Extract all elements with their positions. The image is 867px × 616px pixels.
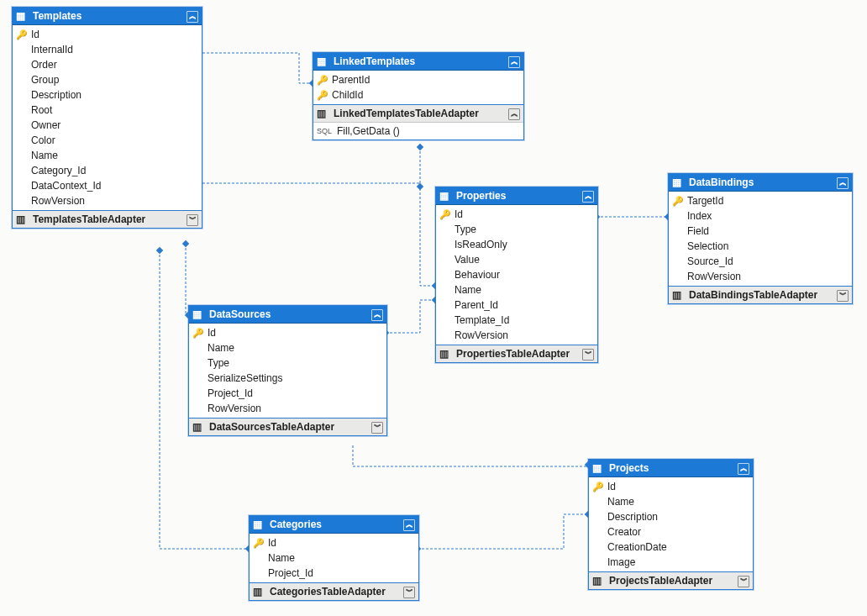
- collapse-icon[interactable]: ︽: [508, 107, 520, 120]
- column-row[interactable]: Name: [13, 148, 202, 163]
- column-row[interactable]: 🔑Id: [13, 27, 202, 42]
- column-row[interactable]: IsReadOnly: [436, 237, 597, 252]
- column-row[interactable]: 🔑TargetId: [669, 193, 852, 208]
- column-row[interactable]: 🔑Id: [436, 207, 597, 222]
- column-row[interactable]: Field: [669, 224, 852, 239]
- column-row[interactable]: 🔑Id: [189, 325, 386, 340]
- column-row[interactable]: Parent_Id: [436, 297, 597, 313]
- column-row[interactable]: CreationDate: [589, 540, 753, 555]
- column-row[interactable]: SerializeSettings: [189, 371, 386, 386]
- key-icon: 🔑: [317, 75, 328, 86]
- column-row[interactable]: InternalId: [13, 42, 202, 57]
- column-row[interactable]: Type: [189, 355, 386, 371]
- column-row[interactable]: Name: [189, 340, 386, 355]
- column-row[interactable]: RowVersion: [13, 193, 202, 208]
- collapse-icon[interactable]: ︽: [837, 176, 849, 189]
- entity-titlebar[interactable]: ▦ DataBindings ︽: [669, 174, 852, 192]
- adapter-icon: ▥: [16, 213, 28, 225]
- entity-title: DataBindings: [689, 176, 837, 188]
- entity-titlebar[interactable]: ▦ LinkedTemplates ︽: [313, 53, 523, 71]
- column-row[interactable]: Project_Id: [189, 386, 386, 401]
- entity-title: LinkedTemplates: [334, 55, 508, 67]
- table-adapter-bar[interactable]: ▥ LinkedTemplatesTableAdapter ︽: [313, 104, 523, 122]
- column-row[interactable]: Description: [13, 87, 202, 103]
- expand-icon[interactable]: ︾: [738, 574, 749, 587]
- entity-databindings[interactable]: ▦ DataBindings ︽ 🔑TargetId Index Field S…: [668, 173, 853, 304]
- table-icon: ▦: [16, 10, 28, 22]
- expand-icon[interactable]: ︾: [582, 347, 594, 361]
- collapse-icon[interactable]: ︽: [403, 518, 415, 531]
- column-row[interactable]: 🔑Id: [589, 479, 753, 494]
- column-row[interactable]: Value: [436, 252, 597, 267]
- table-adapter-bar[interactable]: ▥ PropertiesTableAdapter ︾: [436, 345, 597, 362]
- column-row[interactable]: Group: [13, 72, 202, 87]
- collapse-icon[interactable]: ︽: [508, 55, 520, 68]
- column-row[interactable]: Behaviour: [436, 267, 597, 282]
- column-row[interactable]: Order: [13, 57, 202, 72]
- adapter-method-row[interactable]: SQL Fill,GetData (): [313, 122, 523, 140]
- entity-titlebar[interactable]: ▦ Properties ︽: [436, 187, 597, 205]
- collapse-icon[interactable]: ︽: [582, 189, 594, 203]
- collapse-icon[interactable]: ︽: [187, 9, 198, 23]
- collapse-icon[interactable]: ︽: [371, 308, 383, 321]
- table-icon: ▦: [192, 308, 204, 320]
- table-adapter-bar[interactable]: ▥ TemplatesTableAdapter ︾: [13, 210, 202, 228]
- adapter-icon: ▥: [592, 575, 604, 587]
- key-icon: 🔑: [439, 209, 451, 220]
- column-row[interactable]: Owner: [13, 118, 202, 133]
- entity-projects[interactable]: ▦ Projects ︽ 🔑Id Name Description Creato…: [588, 459, 754, 590]
- entity-linkedtemplates[interactable]: ▦ LinkedTemplates ︽ 🔑ParentId 🔑ChildId ▥…: [313, 52, 524, 140]
- table-icon: ▦: [672, 176, 684, 188]
- entity-templates[interactable]: ▦ Templates ︽ 🔑Id InternalId Order Group…: [12, 7, 202, 229]
- entity-titlebar[interactable]: ▦ Categories ︽: [250, 516, 418, 534]
- entity-title: Templates: [33, 10, 187, 22]
- entity-title: DataSources: [209, 308, 371, 320]
- adapter-method: Fill,GetData (): [337, 125, 520, 137]
- table-adapter-bar[interactable]: ▥ DataBindingsTableAdapter ︾: [669, 286, 852, 303]
- table-icon: ▦: [592, 462, 604, 474]
- column-row[interactable]: Selection: [669, 239, 852, 254]
- column-row[interactable]: Image: [589, 555, 753, 570]
- table-adapter-bar[interactable]: ▥ ProjectsTableAdapter ︾: [589, 571, 753, 589]
- table-icon: ▦: [253, 519, 265, 530]
- expand-icon[interactable]: ︾: [187, 213, 198, 226]
- column-row[interactable]: Project_Id: [250, 566, 418, 581]
- column-row[interactable]: Creator: [589, 524, 753, 540]
- column-row[interactable]: Source_Id: [669, 254, 852, 269]
- entity-title: Categories: [270, 519, 403, 530]
- expand-icon[interactable]: ︾: [403, 585, 415, 598]
- svg-rect-13: [417, 183, 423, 190]
- column-row[interactable]: DataContext_Id: [13, 178, 202, 193]
- column-row[interactable]: Name: [250, 550, 418, 566]
- entity-titlebar[interactable]: ▦ Templates ︽: [13, 8, 202, 25]
- column-row[interactable]: Index: [669, 208, 852, 224]
- column-row[interactable]: RowVersion: [189, 401, 386, 416]
- column-row[interactable]: Description: [589, 509, 753, 524]
- dataset-designer-canvas[interactable]: ▦ Templates ︽ 🔑Id InternalId Order Group…: [0, 0, 867, 616]
- column-row[interactable]: RowVersion: [436, 328, 597, 343]
- column-list: 🔑TargetId Index Field Selection Source_I…: [669, 192, 852, 286]
- column-row[interactable]: Name: [436, 282, 597, 297]
- entity-titlebar[interactable]: ▦ Projects ︽: [589, 460, 753, 477]
- entity-properties[interactable]: ▦ Properties ︽ 🔑Id Type IsReadOnly Value…: [435, 187, 598, 363]
- table-adapter-bar[interactable]: ▥ DataSourcesTableAdapter ︾: [189, 418, 386, 435]
- adapter-name: ProjectsTableAdapter: [609, 575, 738, 587]
- column-list: 🔑Id InternalId Order Group Description R…: [13, 25, 202, 210]
- collapse-icon[interactable]: ︽: [738, 461, 749, 475]
- column-row[interactable]: 🔑ParentId: [313, 72, 523, 87]
- entity-datasources[interactable]: ▦ DataSources ︽ 🔑Id Name Type SerializeS…: [188, 305, 387, 436]
- entity-titlebar[interactable]: ▦ DataSources ︽: [189, 306, 386, 324]
- column-row[interactable]: Color: [13, 133, 202, 148]
- column-row[interactable]: Category_Id: [13, 163, 202, 178]
- column-row[interactable]: 🔑ChildId: [313, 87, 523, 103]
- table-adapter-bar[interactable]: ▥ CategoriesTableAdapter ︾: [250, 582, 418, 600]
- column-row[interactable]: Root: [13, 103, 202, 118]
- column-row[interactable]: Type: [436, 222, 597, 237]
- column-row[interactable]: Template_Id: [436, 313, 597, 328]
- entity-categories[interactable]: ▦ Categories ︽ 🔑Id Name Project_Id ▥ Cat…: [249, 515, 419, 601]
- expand-icon[interactable]: ︾: [371, 420, 383, 434]
- column-row[interactable]: RowVersion: [669, 269, 852, 284]
- column-row[interactable]: Name: [589, 494, 753, 509]
- expand-icon[interactable]: ︾: [837, 288, 849, 302]
- column-row[interactable]: 🔑Id: [250, 535, 418, 550]
